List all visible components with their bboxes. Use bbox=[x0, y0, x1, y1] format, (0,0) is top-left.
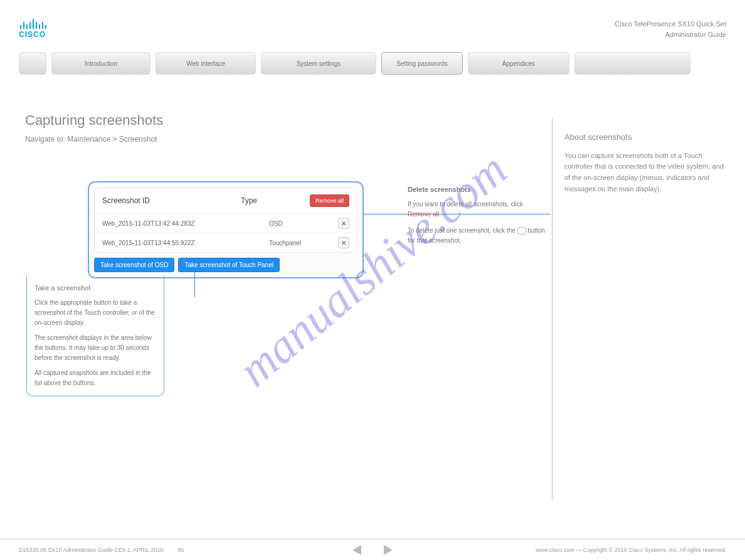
row-type: OSD bbox=[269, 220, 338, 227]
callout-text: The screenshot displays in the area belo… bbox=[34, 333, 156, 363]
take-osd-button[interactable]: Take screenshot of OSD bbox=[94, 258, 174, 272]
row-type: Touchpanel bbox=[269, 240, 338, 246]
row-id: Web_2015-11-03T13:44:55.922Z bbox=[102, 240, 269, 246]
callout-heading: Take a screenshot bbox=[34, 283, 156, 294]
table-row: Web_2015-11-03T13:42:44.283Z OSD ✕ bbox=[95, 213, 357, 233]
page-title: Capturing screenshots bbox=[25, 112, 726, 129]
take-touch-button[interactable]: Take screenshot of Touch Panel bbox=[178, 258, 280, 272]
tab-blank[interactable] bbox=[574, 52, 690, 75]
tab-web-interface[interactable]: Web interface bbox=[156, 52, 256, 75]
callout-text: If you want to delete all screenshots, c… bbox=[408, 201, 523, 208]
callout-text: To delete just one screenshot, click the bbox=[408, 227, 517, 234]
tab-toc[interactable] bbox=[19, 52, 46, 75]
remove-all-button[interactable]: Remove all bbox=[310, 194, 349, 207]
tab-setting-passwords[interactable]: Setting passwords bbox=[381, 52, 463, 75]
callout-delete-screenshots: Delete screenshots If you want to delete… bbox=[408, 184, 546, 246]
footer-left: D15330.05 SX10 Administrator Guide CE8.1… bbox=[19, 547, 165, 553]
callout-text: Click the appropriate button to take a s… bbox=[34, 298, 156, 328]
cisco-text: CISCO bbox=[19, 30, 46, 39]
page-nav bbox=[352, 545, 393, 555]
col-type-header: Type bbox=[241, 196, 310, 205]
delete-row-button[interactable]: ✕ bbox=[338, 218, 349, 229]
doc-type: Administrator Guide bbox=[615, 29, 726, 40]
prev-page-icon[interactable] bbox=[352, 545, 361, 555]
about-box: About screenshots You can capture screen… bbox=[564, 131, 727, 194]
nav-tabs: Introduction Web interface System settin… bbox=[19, 52, 726, 75]
screenshot-panel: Screenshot ID Type Remove all Web_2015-1… bbox=[88, 181, 364, 278]
callout-text: All captured snapshots are included in t… bbox=[34, 368, 156, 388]
tab-system-settings[interactable]: System settings bbox=[261, 52, 376, 75]
doc-title-block: Cisco TelePresence SX10 Quick Set Admini… bbox=[615, 19, 726, 40]
cisco-logo: CISCO bbox=[19, 19, 46, 39]
delete-row-button[interactable]: ✕ bbox=[338, 237, 349, 248]
vertical-divider bbox=[552, 119, 552, 501]
callout-take-screenshot: Take a screenshot Click the appropriate … bbox=[26, 275, 164, 396]
about-text: You can capture screenshots both of a To… bbox=[564, 151, 727, 194]
tab-appendices[interactable]: Appendices bbox=[468, 52, 569, 75]
row-id: Web_2015-11-03T13:42:44.283Z bbox=[102, 220, 269, 227]
doc-name: Cisco TelePresence SX10 Quick Set bbox=[615, 19, 726, 29]
annotation-line bbox=[194, 267, 195, 297]
tab-introduction[interactable]: Introduction bbox=[51, 52, 151, 75]
remove-all-ref: Remove all bbox=[408, 211, 439, 218]
page-number: 85 bbox=[177, 547, 184, 553]
screenshot-table-head: Screenshot ID Type Remove all bbox=[95, 188, 357, 213]
footer-right: www.cisco.com — Copyright © 2016 Cisco S… bbox=[536, 547, 726, 553]
next-page-icon[interactable] bbox=[384, 545, 393, 555]
callout-heading: Delete screenshots bbox=[408, 184, 546, 196]
table-row: Web_2015-11-03T13:44:55.922Z Touchpanel … bbox=[95, 233, 357, 252]
col-id-header: Screenshot ID bbox=[102, 196, 241, 205]
about-heading: About screenshots bbox=[564, 131, 727, 144]
x-icon bbox=[517, 227, 526, 235]
